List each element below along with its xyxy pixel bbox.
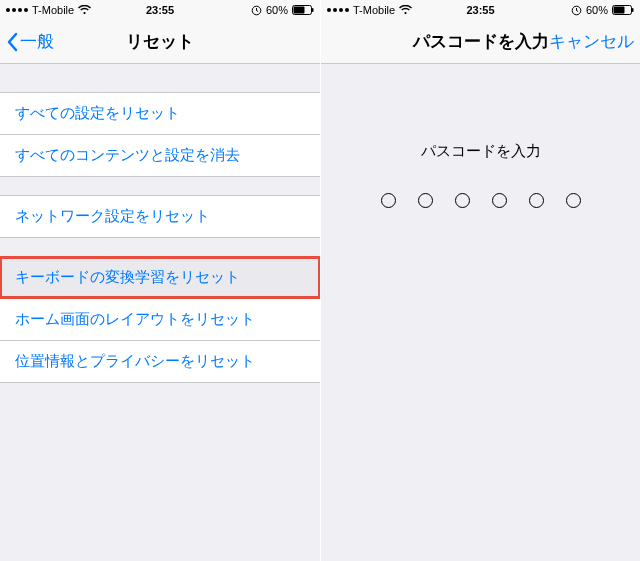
reset-location-privacy[interactable]: 位置情報とプライバシーをリセット — [0, 340, 320, 382]
cell-label: すべてのコンテンツと設定を消去 — [15, 146, 240, 163]
cell-label: ホーム画面のレイアウトをリセット — [15, 310, 255, 327]
status-bar: T-Mobile 23:55 60% — [0, 0, 320, 20]
settings-group: すべての設定をリセットすべてのコンテンツと設定を消去 — [0, 92, 320, 177]
reset-home-layout[interactable]: ホーム画面のレイアウトをリセット — [0, 298, 320, 340]
passcode-dot — [492, 193, 507, 208]
reset-network-settings[interactable]: ネットワーク設定をリセット — [0, 196, 320, 237]
passcode-dot — [529, 193, 544, 208]
screen-passcode: T-Mobile 23:55 60% パスコードを入力 キャンセル パスコードを… — [320, 0, 640, 561]
cell-label: 位置情報とプライバシーをリセット — [15, 352, 255, 369]
nav-bar: パスコードを入力 キャンセル — [321, 20, 640, 64]
passcode-dot — [455, 193, 470, 208]
passcode-dot — [566, 193, 581, 208]
reset-keyboard-dictionary[interactable]: キーボードの変換学習をリセット — [0, 257, 320, 298]
screen-reset-settings: T-Mobile 23:55 60% 一般 リセット すべての設定をリセットすべ… — [0, 0, 320, 561]
back-button[interactable]: 一般 — [6, 30, 54, 53]
cancel-button[interactable]: キャンセル — [549, 30, 634, 53]
cell-label: キーボードの変換学習をリセット — [15, 268, 240, 285]
passcode-body: パスコードを入力 — [321, 64, 640, 208]
passcode-prompt: パスコードを入力 — [321, 142, 640, 161]
erase-all-content[interactable]: すべてのコンテンツと設定を消去 — [0, 134, 320, 176]
back-label: 一般 — [20, 30, 54, 53]
passcode-dot — [418, 193, 433, 208]
reset-all-settings[interactable]: すべての設定をリセット — [0, 93, 320, 134]
nav-bar: 一般 リセット — [0, 20, 320, 64]
status-time: 23:55 — [321, 4, 640, 16]
chevron-left-icon — [6, 32, 18, 52]
cell-label: すべての設定をリセット — [15, 104, 180, 121]
passcode-dot — [381, 193, 396, 208]
cell-label: ネットワーク設定をリセット — [15, 207, 210, 224]
settings-group: ネットワーク設定をリセット — [0, 195, 320, 238]
settings-list[interactable]: すべての設定をリセットすべてのコンテンツと設定を消去ネットワーク設定をリセットキ… — [0, 92, 320, 383]
passcode-dots[interactable] — [321, 193, 640, 208]
status-bar: T-Mobile 23:55 60% — [321, 0, 640, 20]
status-time: 23:55 — [0, 4, 320, 16]
settings-group: キーボードの変換学習をリセットホーム画面のレイアウトをリセット位置情報とプライバ… — [0, 256, 320, 383]
